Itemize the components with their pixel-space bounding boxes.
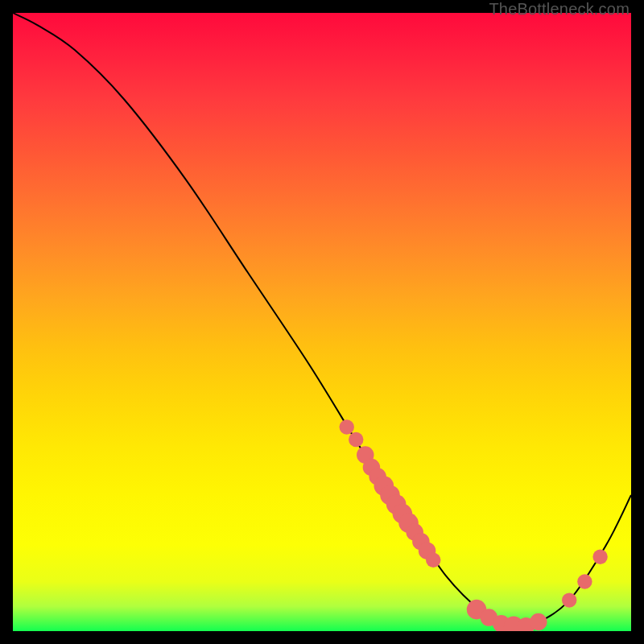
chart-marker: [530, 613, 547, 631]
figure-root: TheBottleneck.com: [0, 0, 644, 644]
chart-marker: [562, 592, 576, 607]
chart-curve: [13, 13, 631, 627]
chart-marker: [592, 550, 607, 564]
watermark-text: TheBottleneck.com: [489, 0, 630, 19]
chart-marker: [349, 432, 363, 447]
chart-marker: [577, 574, 592, 588]
chart-marker: [426, 552, 440, 567]
chart-marker: [340, 419, 354, 434]
chart-svg: [13, 13, 631, 631]
plot-area: [13, 13, 631, 631]
chart-markers: [340, 419, 608, 631]
